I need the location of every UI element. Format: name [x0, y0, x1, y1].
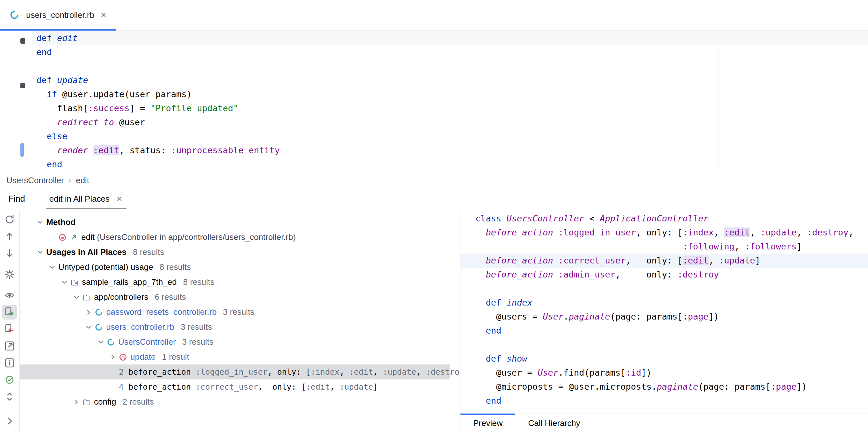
- code-line: before_action :correct_user, only: [:edi…: [460, 254, 868, 268]
- code-line: [460, 338, 868, 352]
- tree-row-text: ,: [373, 367, 383, 376]
- code-line: flash[:success] = "Profile updated": [32, 101, 868, 115]
- code-line: end: [460, 394, 868, 408]
- usage-info-icon[interactable]: [2, 356, 17, 370]
- chevron-right-icon[interactable]: [83, 308, 95, 316]
- gutter-marker[interactable]: [21, 38, 25, 44]
- hide-panel-chevron-icon[interactable]: [2, 413, 17, 428]
- code-line: end: [32, 157, 868, 172]
- editor-tab-bar: users_controller.rb ×: [0, 0, 868, 31]
- tree-row-text: , only: [: [268, 367, 311, 376]
- tree-row-text: 4: [119, 382, 128, 392]
- settings-gear-icon[interactable]: [2, 267, 17, 282]
- right-margin-guide: [718, 31, 719, 172]
- tree-row[interactable]: app/controllers6 results: [20, 289, 450, 305]
- previous-occurrence-icon[interactable]: [2, 229, 17, 244]
- code-line: [460, 282, 868, 296]
- find-tab-label: edit in All Places: [50, 194, 110, 204]
- tree-row[interactable]: Method: [20, 215, 450, 230]
- usages-tree[interactable]: Methodmedit (UsersController in app/cont…: [20, 210, 460, 432]
- chevron-down-icon[interactable]: [34, 218, 46, 226]
- ruby-class-icon: [9, 10, 21, 20]
- tree-row[interactable]: sample_rails_app_7th_ed8 results: [20, 275, 450, 289]
- code-line: end: [32, 45, 868, 59]
- tree-row-text: config: [94, 397, 116, 407]
- folder-icon: [83, 398, 94, 406]
- code-line: def index: [460, 296, 868, 310]
- open-in-new-tab-icon[interactable]: [2, 339, 17, 353]
- tree-row[interactable]: 4 before_action :correct_user, only: [:e…: [20, 379, 450, 394]
- chevron-right-icon[interactable]: [107, 353, 119, 361]
- method-icon: m: [58, 233, 70, 242]
- tree-row-text: UsersController: [118, 337, 176, 347]
- tree-row-text: before_action: [128, 367, 196, 376]
- tree-row-text: 8 results: [183, 277, 214, 287]
- close-icon[interactable]: ×: [99, 10, 108, 20]
- tree-row-text: 8 results: [133, 247, 164, 257]
- tree-row-text: :index: [311, 367, 339, 376]
- tree-row-text: ,: [339, 367, 349, 376]
- module-icon: [70, 278, 82, 286]
- tree-row[interactable]: mupdate1 result: [20, 349, 450, 365]
- find-tab-edit-in-all-places[interactable]: edit in All Places ×: [46, 189, 127, 209]
- usage-preview-editor[interactable]: class UsersController < ApplicationContr…: [460, 210, 868, 413]
- tree-row[interactable]: users_controller.rb3 results: [20, 319, 450, 335]
- preview-usages-eye-icon[interactable]: [2, 288, 17, 303]
- tree-row-text: 2: [119, 367, 128, 376]
- tree-row[interactable]: password_resets_controller.rb3 results: [20, 305, 450, 319]
- tree-row-text: (UsersController in app/controllers/user…: [97, 232, 296, 242]
- next-occurrence-icon[interactable]: [2, 246, 17, 260]
- breadcrumb-separator: ›: [68, 175, 71, 185]
- editor-tab-users-controller[interactable]: users_controller.rb ×: [0, 0, 116, 30]
- tree-row[interactable]: medit (UsersController in app/controller…: [20, 230, 450, 245]
- editor-tab-label: users_controller.rb: [26, 10, 94, 20]
- chevron-down-icon[interactable]: [83, 323, 95, 331]
- code-line: :following, :followers]: [460, 240, 868, 254]
- preview-tab-bar: Preview Call Hierarchy: [460, 413, 868, 432]
- tree-row[interactable]: Untyped (potential) usage8 results: [20, 260, 450, 275]
- tree-row[interactable]: UsersController3 results: [20, 335, 450, 349]
- tree-row-text: app/controllers: [94, 292, 149, 302]
- chevron-right-icon[interactable]: [70, 398, 83, 406]
- chevron-down-icon[interactable]: [34, 248, 46, 256]
- tree-row-text: 3 results: [182, 337, 214, 347]
- tree-row-text: :correct_user: [196, 382, 258, 392]
- chevron-down-icon[interactable]: [58, 278, 70, 286]
- editor-code[interactable]: def editend def update if @user.update(u…: [32, 31, 868, 172]
- gutter-marker[interactable]: [21, 83, 25, 88]
- chevron-down-icon[interactable]: [70, 293, 83, 301]
- tree-row-text: sample_rails_app_7th_ed: [82, 277, 177, 287]
- breadcrumb-item-class[interactable]: UsersController: [6, 176, 64, 185]
- code-line: render :edit, status: :unprocessable_ent…: [32, 143, 868, 157]
- chevron-down-icon[interactable]: [46, 263, 58, 272]
- code-line: end: [460, 324, 868, 338]
- breadcrumb-item-method[interactable]: edit: [76, 176, 89, 185]
- tree-row[interactable]: 2 before_action :logged_in_user, only: […: [20, 365, 450, 379]
- tree-row-text: :edit: [306, 382, 330, 392]
- find-panel-title: Find: [8, 189, 25, 209]
- tab-call-hierarchy[interactable]: Call Hierarchy: [515, 414, 593, 432]
- class-icon: [107, 338, 118, 346]
- tree-row[interactable]: Usages in All Places8 results: [20, 245, 450, 260]
- code-editor[interactable]: def editend def update if @user.update(u…: [0, 31, 868, 172]
- tab-preview[interactable]: Preview: [460, 414, 515, 432]
- svg-text:m: m: [61, 235, 64, 240]
- inspection-status-icon[interactable]: [2, 372, 17, 387]
- usage-arrow-icon: [70, 233, 81, 242]
- tree-row-text: password_resets_controller.rb: [106, 307, 217, 317]
- tree-row-text: users_controller.rb: [106, 322, 174, 332]
- expand-collapse-all-icon[interactable]: [2, 389, 17, 404]
- jump-to-source-icon[interactable]: [2, 305, 17, 319]
- tree-row-text: 1 result: [162, 352, 189, 362]
- tree-row-text: :destroy: [426, 367, 460, 376]
- close-icon[interactable]: ×: [115, 194, 124, 204]
- tree-row[interactable]: config2 results: [20, 394, 450, 409]
- autoscroll-to-source-icon[interactable]: [2, 322, 17, 336]
- code-line: def update: [32, 73, 868, 87]
- rerun-icon[interactable]: [2, 212, 17, 227]
- tree-row-text: edit: [81, 232, 97, 242]
- tree-row-text: :logged_in_user: [196, 367, 268, 376]
- tree-row-text: Usages in All Places: [46, 247, 126, 257]
- tree-row-text: 3 results: [223, 307, 254, 317]
- chevron-down-icon[interactable]: [95, 338, 107, 346]
